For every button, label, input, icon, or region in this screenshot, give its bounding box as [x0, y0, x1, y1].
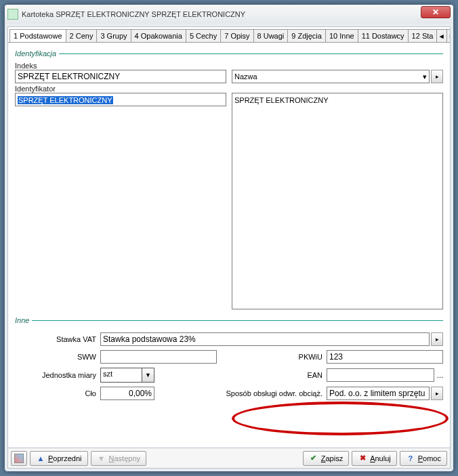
- tab-content: Identyfikacja Indeks Identyfikator SPRZĘ…: [8, 43, 450, 448]
- window-body: 1 Podstawowe 2 Ceny 3 Grupy 4 Opakowania…: [7, 26, 451, 469]
- identyfikacja-label: Identyfikacja: [15, 49, 56, 58]
- pomoc-button[interactable]: ? Pomoc: [400, 451, 447, 466]
- stawka-vat-input[interactable]: [100, 332, 430, 346]
- app-icon: [7, 9, 18, 20]
- tab-scroll-left[interactable]: ◂: [436, 29, 447, 43]
- zapisz-label: Zapisz: [321, 454, 343, 462]
- close-button[interactable]: ✕: [421, 6, 451, 18]
- anuluj-button[interactable]: ✖ Anuluj: [352, 451, 397, 466]
- footer-icon-button[interactable]: [11, 451, 27, 466]
- spacer-label-2: [232, 85, 443, 93]
- tab-podstawowe[interactable]: 1 Podstawowe: [9, 29, 66, 43]
- sww-input[interactable]: [100, 350, 217, 364]
- nastepny-label: Następny: [109, 454, 140, 462]
- clo-label: Cło: [15, 389, 96, 397]
- jednostka-value: szt: [101, 368, 142, 382]
- tabstrip: 1 Podstawowe 2 Ceny 3 Grupy 4 Opakowania…: [8, 27, 450, 43]
- check-icon: ✔: [309, 454, 318, 463]
- inne-label: Inne: [15, 316, 29, 324]
- tab-dostawcy[interactable]: 11 Dostawcy: [358, 29, 409, 43]
- tab-grupy[interactable]: 3 Grupy: [96, 29, 131, 43]
- sww-label: SWW: [15, 353, 96, 361]
- zapisz-button[interactable]: ✔ Zapisz: [303, 451, 349, 466]
- tab-opisy[interactable]: 7 Opisy: [220, 29, 253, 43]
- inne-grid: Stawka VAT ▸ SWW PKWiU Jednostka miary s…: [15, 332, 443, 400]
- identyfikator-value: SPRZĘT ELEKTRONICZNY: [18, 96, 113, 104]
- tab-opakowania[interactable]: 4 Opakowania: [131, 29, 186, 43]
- jednostka-combo[interactable]: szt ▼: [100, 368, 154, 383]
- nazwa-more-button[interactable]: ▸: [431, 70, 443, 83]
- sposob-input[interactable]: [327, 387, 430, 400]
- pomoc-label: Pomoc: [418, 454, 441, 462]
- tab-inne[interactable]: 10 Inne: [325, 29, 358, 43]
- nazwa-textarea[interactable]: SPRZĘT ELEKTRONICZNY: [232, 93, 443, 309]
- chevron-down-icon: ▼: [142, 368, 154, 382]
- ean-label: EAN: [221, 371, 322, 379]
- tab-uwagi[interactable]: 8 Uwagi: [253, 29, 289, 43]
- tab-zdjecia[interactable]: 9 Zdjęcia: [287, 29, 326, 43]
- indeks-label: Indeks: [15, 62, 226, 70]
- annotation-ellipse: [232, 402, 449, 435]
- help-icon: ?: [406, 454, 415, 463]
- indeks-input[interactable]: [15, 70, 226, 83]
- poprzedni-label: Poprzedni: [48, 454, 82, 462]
- tab-cechy[interactable]: 5 Cechy: [186, 29, 221, 43]
- identyfikator-label: Identyfikator: [15, 85, 226, 93]
- sposob-label: Sposób obsługi odwr. obciąż.: [221, 389, 322, 397]
- nastepny-button[interactable]: ▼ Następny: [91, 451, 146, 466]
- footer-bar: ▲ Poprzedni ▼ Następny ✔ Zapisz ✖ Anuluj…: [8, 448, 450, 468]
- tab-ceny[interactable]: 2 Ceny: [66, 29, 98, 43]
- tab-sta[interactable]: 12 Sta: [408, 29, 438, 43]
- chevron-down-icon: ▾: [423, 72, 427, 81]
- sposob-more-button[interactable]: ▸: [431, 387, 443, 400]
- clo-input[interactable]: [100, 387, 154, 400]
- grid-icon: [14, 454, 24, 463]
- tab-scroll-right[interactable]: ▸: [446, 29, 450, 43]
- pkwiu-label: PKWiU: [221, 353, 322, 361]
- app-window: Kartoteka SPRZĘT ELEKTRONICZNY SPRZĘT EL…: [4, 4, 454, 472]
- stawka-vat-label: Stawka VAT: [15, 335, 96, 343]
- arrow-up-icon: ▲: [36, 454, 45, 463]
- jednostka-label: Jednostka miary: [15, 371, 96, 379]
- pkwiu-input[interactable]: [327, 350, 443, 364]
- x-icon: ✖: [358, 454, 367, 463]
- divider: [32, 320, 443, 321]
- titlebar: Kartoteka SPRZĘT ELEKTRONICZNY SPRZĘT EL…: [5, 5, 453, 24]
- divider: [59, 53, 443, 54]
- ean-ellipsis-button[interactable]: ...: [437, 371, 443, 379]
- nazwa-value: SPRZĘT ELEKTRONICZNY: [234, 96, 329, 104]
- stawka-vat-more-button[interactable]: ▸: [431, 332, 443, 346]
- window-title: Kartoteka SPRZĘT ELEKTRONICZNY SPRZĘT EL…: [22, 10, 245, 18]
- spacer-label: [232, 62, 443, 70]
- identyfikacja-header: Identyfikacja: [15, 49, 443, 58]
- anuluj-label: Anuluj: [370, 454, 391, 462]
- ean-input[interactable]: [327, 368, 434, 382]
- poprzedni-button[interactable]: ▲ Poprzedni: [30, 451, 88, 466]
- nazwa-combo-text: Nazwa: [234, 72, 257, 81]
- arrow-down-icon: ▼: [97, 454, 106, 463]
- identyfikator-input[interactable]: SPRZĘT ELEKTRONICZNY: [15, 93, 226, 106]
- inne-header: Inne: [15, 316, 443, 324]
- nazwa-combo[interactable]: Nazwa ▾: [232, 70, 430, 83]
